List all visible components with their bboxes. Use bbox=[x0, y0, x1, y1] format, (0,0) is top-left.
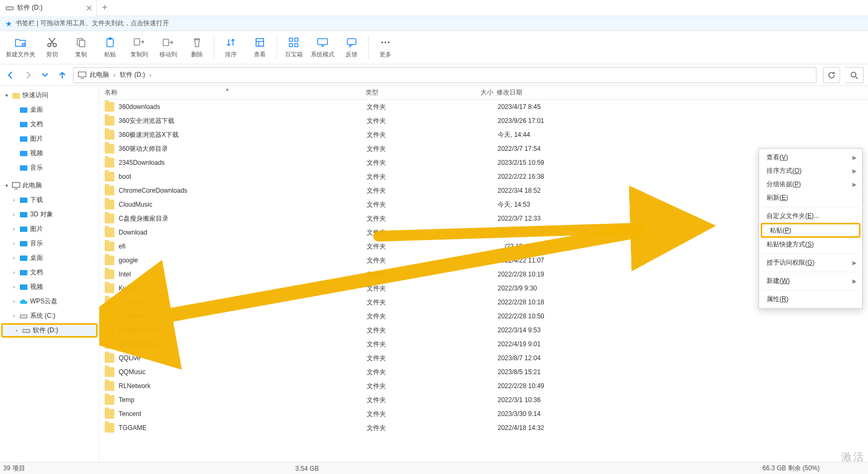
tree-item-c[interactable]: ›系统 (C:) bbox=[0, 309, 99, 323]
tree-item-d[interactable]: ›软件 (D:) bbox=[1, 323, 98, 338]
file-list[interactable]: 名称▲ 类型 大小 修改日期 360downloads文件夹2023/4/17 … bbox=[99, 86, 868, 462]
chevron-right-icon[interactable]: › bbox=[11, 298, 17, 304]
file-row[interactable]: ChromeCoreDownloads文件夹2022/3/4 18:52 bbox=[99, 184, 868, 198]
move-to-button[interactable]: 移动到 bbox=[154, 33, 183, 63]
file-row[interactable]: Download文件夹2022/3/11 14:44 bbox=[99, 225, 868, 239]
col-type[interactable]: 类型 bbox=[366, 88, 459, 97]
chevron-right-icon[interactable]: › bbox=[11, 284, 17, 290]
chevron-right-icon[interactable]: › bbox=[11, 240, 17, 246]
tree-item-videos[interactable]: 视频 bbox=[0, 146, 99, 161]
drive-icon bbox=[5, 4, 14, 12]
tab-add-button[interactable]: + bbox=[97, 0, 113, 16]
ctx-P[interactable]: 分组依据(P)▶ bbox=[759, 178, 862, 191]
address-bar[interactable]: 此电脑 › 软件 (D:) › bbox=[73, 67, 816, 83]
file-row[interactable]: TGGAME文件夹2022/4/18 14:32 bbox=[99, 421, 868, 435]
file-row[interactable]: 360驱动大师目录文件夹2022/3/7 17:54 bbox=[99, 142, 868, 156]
file-row[interactable]: 2345Downloads文件夹2023/2/15 10:59 bbox=[99, 156, 868, 170]
chevron-down-icon[interactable]: ▾ bbox=[3, 183, 10, 188]
chevron-right-icon[interactable]: › bbox=[11, 313, 17, 319]
file-row[interactable]: google文件夹2022/4/22 11:07 bbox=[99, 253, 868, 267]
ctx-O[interactable]: 排序方式(O)▶ bbox=[759, 164, 862, 178]
tree-item-pictures2[interactable]: ›图片 bbox=[0, 222, 99, 236]
new-folder-button[interactable]: 新建文件夹 bbox=[3, 33, 38, 63]
cut-button[interactable]: 剪切 bbox=[38, 33, 67, 63]
ctx-W[interactable]: 新建(W)▶ bbox=[759, 274, 862, 288]
trash-icon bbox=[191, 37, 203, 48]
nav-history-button[interactable] bbox=[39, 69, 52, 82]
search-button[interactable] bbox=[844, 67, 864, 83]
tree-item-desktop2[interactable]: ›桌面 bbox=[0, 251, 99, 265]
tree-item-documents[interactable]: 文档 bbox=[0, 117, 99, 132]
col-size[interactable]: 大小 bbox=[459, 88, 497, 97]
tab-active[interactable]: 软件 (D:) bbox=[0, 0, 97, 16]
sort-button[interactable]: 排序 bbox=[216, 33, 245, 63]
breadcrumb-root[interactable]: 此电脑 bbox=[78, 70, 109, 79]
refresh-button[interactable] bbox=[823, 67, 840, 83]
chevron-right-icon[interactable]: › bbox=[11, 212, 17, 217]
tree-item-music2[interactable]: ›音乐 bbox=[0, 236, 99, 251]
file-row[interactable]: QQLive文件夹2023/8/7 12:04 bbox=[99, 351, 868, 365]
tree-item-desktop[interactable]: 桌面 bbox=[0, 103, 99, 117]
file-row[interactable]: QQMusic文件夹2023/8/5 15:21 bbox=[99, 365, 868, 379]
treasure-button[interactable]: 百宝箱 bbox=[279, 33, 308, 63]
file-row[interactable]: boot文件夹2022/2/22 16:38 bbox=[99, 170, 868, 184]
delete-button[interactable]: 删除 bbox=[183, 33, 211, 63]
folder-icon bbox=[105, 228, 114, 237]
nav-back-button[interactable] bbox=[4, 69, 17, 82]
ctx-P[interactable]: 粘贴(P) bbox=[761, 223, 860, 238]
ctx-S[interactable]: 粘贴快捷方式(S) bbox=[759, 238, 862, 251]
file-row[interactable]: Tencent文件夹2023/3/30 9:14 bbox=[99, 407, 868, 421]
tree-item-videos2[interactable]: ›视频 bbox=[0, 280, 99, 294]
tree-item-pictures[interactable]: 图片 bbox=[0, 132, 99, 146]
col-date[interactable]: 修改日期 bbox=[497, 88, 577, 97]
copy-to-button[interactable]: 复制到 bbox=[125, 33, 154, 63]
chevron-right-icon[interactable]: › bbox=[11, 226, 17, 232]
chevron-down-icon[interactable]: ▾ bbox=[3, 92, 10, 98]
file-row[interactable]: KuGou文件夹2022/3/9 9:30 bbox=[99, 281, 868, 295]
tree-this-pc[interactable]: ▾ 此电脑 bbox=[0, 178, 99, 193]
chevron-right-icon[interactable]: › bbox=[13, 327, 20, 333]
file-row[interactable]: __etwork文件夹2022/2/28 10:50 bbox=[99, 309, 868, 323]
nav-forward-button[interactable] bbox=[21, 69, 34, 82]
feedback-button[interactable]: 反馈 bbox=[337, 33, 366, 63]
file-row[interactable]: Temp文件夹2022/3/1 10:36 bbox=[99, 393, 868, 407]
tree-quick-access[interactable]: ▾ 快速访问 bbox=[0, 88, 99, 103]
chevron-right-icon[interactable]: › bbox=[11, 197, 17, 203]
list-header[interactable]: 名称▲ 类型 大小 修改日期 bbox=[99, 86, 868, 100]
tree-item-documents2[interactable]: ›文档 bbox=[0, 265, 99, 280]
chevron-right-icon[interactable]: › bbox=[11, 269, 17, 275]
ctx-V[interactable]: 查看(V)▶ bbox=[759, 151, 862, 164]
tab-close-icon[interactable] bbox=[85, 4, 93, 12]
sidebar[interactable]: ▾ 快速访问 桌面文档图片视频音乐 ▾ 此电脑 ›下载›3D 对象›图片›音乐›… bbox=[0, 86, 99, 462]
ctx-R[interactable]: 属性(R) bbox=[759, 293, 862, 306]
context-menu[interactable]: 查看(V)▶排序方式(O)▶分组依据(P)▶刷新(E)自定义文件夹(E)...粘… bbox=[758, 148, 863, 309]
ctx-G[interactable]: 授予访问权限(G)▶ bbox=[759, 256, 862, 269]
file-row[interactable]: 360安全浏览器下载文件夹2023/9/26 17:01 bbox=[99, 114, 868, 128]
copy-button[interactable]: 复制 bbox=[67, 33, 96, 63]
file-row[interactable]: efi文件夹__/22 10:40 bbox=[99, 239, 868, 253]
tree-item-wps[interactable]: ›WPS云盘 bbox=[0, 294, 99, 309]
file-row[interactable]: 360极速浏览器X下载文件夹今天, 14:44 bbox=[99, 128, 868, 142]
more-button[interactable]: 更多 bbox=[371, 33, 400, 63]
file-row[interactable]: CloudMusic文件夹今天, 14:53 bbox=[99, 198, 868, 212]
file-row[interactable]: 360downloads文件夹2023/4/17 8:45 bbox=[99, 100, 868, 114]
tree-item-downloads[interactable]: ›下载 bbox=[0, 193, 99, 207]
breadcrumb-current[interactable]: 软件 (D:) bbox=[120, 70, 145, 79]
file-row[interactable]: RLNetwork文件夹2022/2/28 10:49 bbox=[99, 379, 868, 393]
file-row[interactable]: Program Files文件夹2022/3/14 9:53 bbox=[99, 323, 868, 337]
ctx-E[interactable]: 刷新(E) bbox=[759, 191, 862, 205]
col-name[interactable]: 名称▲ bbox=[103, 88, 366, 97]
ctx-E[interactable]: 自定义文件夹(E)... bbox=[759, 209, 862, 223]
view-button[interactable]: 查看 bbox=[245, 33, 274, 63]
tree-item-music[interactable]: 音乐 bbox=[0, 161, 99, 175]
file-row[interactable]: C盘瘦身搬家目录文件夹2022/3/7 12:33 bbox=[99, 212, 868, 225]
file-row[interactable]: __rivers文件夹2022/2/28 10:18 bbox=[99, 295, 868, 309]
chevron-right-icon[interactable]: › bbox=[11, 255, 17, 261]
nav-up-button[interactable] bbox=[56, 69, 69, 82]
paste-button[interactable]: 粘贴 bbox=[96, 33, 125, 63]
file-row[interactable]: Intel文件夹2022/2/28 10:19 bbox=[99, 267, 868, 281]
system-mode-button[interactable]: 系统模式 bbox=[308, 33, 337, 63]
file-row[interactable]: QMDownload文件夹2022/4/19 9:01 bbox=[99, 337, 868, 351]
tree-item-3dobjects[interactable]: ›3D 对象 bbox=[0, 207, 99, 222]
drive-icon bbox=[22, 326, 31, 335]
